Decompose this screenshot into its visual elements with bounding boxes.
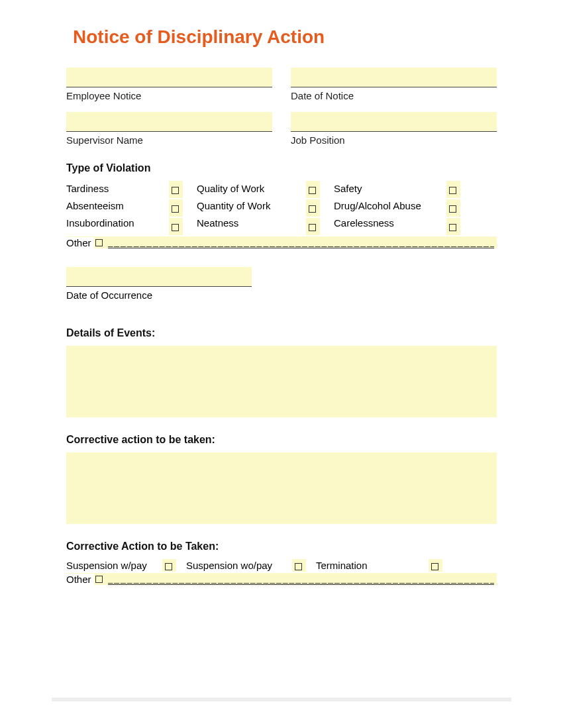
corrective-suspension-w-pay-checkbox[interactable]: [165, 563, 172, 570]
violation-insubordination-label: Insubordination: [66, 215, 169, 231]
corrective-action-checks-heading: Corrective Action to be Taken:: [66, 541, 497, 552]
employee-notice-input[interactable]: [66, 68, 272, 87]
supervisor-name-input[interactable]: [66, 112, 272, 132]
corrective-suspension-w-pay-label: Suspension w/pay: [66, 560, 162, 571]
corrective-other-checkbox[interactable]: [95, 576, 103, 583]
violation-other-checkbox[interactable]: [95, 239, 103, 246]
date-of-occurrence-label: Date of Occurrence: [66, 289, 252, 301]
corrective-suspension-wo-pay-label: Suspension wo/pay: [186, 560, 292, 571]
violation-insubordination-checkbox[interactable]: [172, 224, 179, 231]
violation-other-label: Other: [66, 237, 94, 248]
violation-tardiness-checkbox[interactable]: [172, 187, 179, 194]
violation-absenteeism-checkbox[interactable]: [172, 205, 179, 213]
corrective-action-text-heading: Corrective action to be taken:: [66, 434, 497, 446]
date-of-notice-label: Date of Notice: [291, 90, 497, 101]
job-position-input[interactable]: [291, 112, 497, 132]
job-position-label: Job Position: [291, 134, 497, 146]
date-of-notice-input[interactable]: [291, 68, 497, 87]
details-of-events-input[interactable]: [66, 346, 497, 417]
violation-drug-alcohol-label: Drug/Alcohol Abuse: [334, 198, 446, 214]
violation-neatness-checkbox[interactable]: [309, 224, 316, 231]
violation-quantity-label: Quantity of Work: [197, 198, 306, 214]
date-of-occurrence-input[interactable]: [66, 267, 252, 287]
corrective-termination-label: Termination: [316, 560, 429, 571]
violation-safety-checkbox[interactable]: [449, 187, 456, 194]
details-of-events-heading: Details of Events:: [66, 327, 497, 339]
violation-quantity-checkbox[interactable]: [309, 205, 316, 213]
corrective-action-text-input[interactable]: [66, 452, 497, 524]
corrective-other-input[interactable]: ________________________________________…: [108, 573, 494, 585]
supervisor-name-label: Supervisor Name: [66, 134, 272, 146]
violation-quality-checkbox[interactable]: [309, 187, 316, 194]
footer-divider: [52, 698, 511, 702]
violation-drug-alcohol-checkbox[interactable]: [449, 205, 456, 213]
violation-neatness-label: Neatness: [197, 215, 306, 231]
violation-other-input[interactable]: ________________________________________…: [108, 236, 494, 248]
corrective-termination-checkbox[interactable]: [431, 563, 438, 570]
violation-carelessness-label: Carelessness: [334, 215, 446, 231]
type-of-violation-heading: Type of Violation: [66, 162, 497, 174]
violation-safety-label: Safety: [334, 181, 446, 197]
employee-notice-label: Employee Notice: [66, 90, 272, 101]
violation-absenteeism-label: Absenteeism: [66, 198, 169, 214]
page-title: Notice of Disciplinary Action: [73, 26, 497, 48]
corrective-other-label: Other: [66, 574, 94, 585]
violation-quality-label: Quality of Work: [197, 181, 306, 197]
violation-tardiness-label: Tardiness: [66, 181, 169, 197]
violation-carelessness-checkbox[interactable]: [449, 224, 456, 231]
corrective-suspension-wo-pay-checkbox[interactable]: [295, 563, 302, 570]
